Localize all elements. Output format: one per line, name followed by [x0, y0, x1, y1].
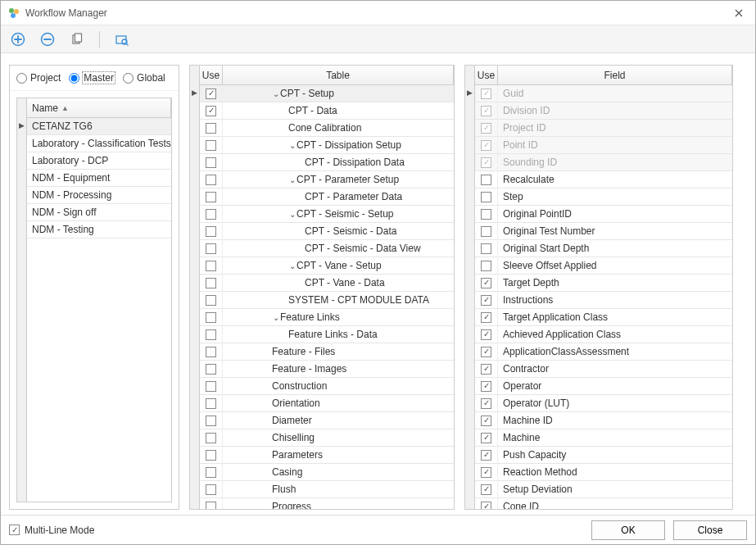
workflow-row[interactable]: NDM - Sign off — [27, 204, 171, 221]
scope-radio-global[interactable] — [123, 73, 134, 84]
window-close-button[interactable] — [727, 2, 750, 25]
use-cell[interactable] — [475, 447, 498, 463]
use-cell[interactable] — [200, 137, 223, 153]
scope-radio-master[interactable] — [69, 73, 79, 84]
col-header-table[interactable]: Table — [223, 66, 454, 84]
use-cell[interactable] — [200, 292, 223, 308]
table-row[interactable]: ⌄CPT - Parameter Setup — [200, 171, 454, 188]
workflow-grid-body[interactable]: CETANZ TG6Laboratory - Classification Te… — [27, 118, 171, 502]
use-cell[interactable] — [475, 257, 498, 274]
use-cell[interactable] — [200, 343, 223, 360]
use-cell[interactable] — [200, 464, 223, 480]
chevron-down-icon[interactable]: ⌄ — [272, 313, 280, 322]
use-cell[interactable] — [475, 498, 498, 509]
use-cell[interactable] — [475, 137, 498, 153]
table-row[interactable]: Parameters — [200, 447, 454, 464]
scope-option-global[interactable]: Global — [123, 72, 165, 84]
use-cell[interactable] — [200, 154, 223, 170]
field-row[interactable]: Division ID — [475, 102, 732, 120]
use-cell[interactable] — [475, 85, 498, 102]
field-row[interactable]: Achieved Application Class — [475, 326, 732, 343]
use-cell[interactable] — [475, 223, 498, 239]
table-row[interactable]: CPT - Data — [200, 102, 454, 120]
use-cell[interactable] — [200, 120, 223, 136]
field-row[interactable]: Contractor — [475, 361, 732, 378]
use-cell[interactable] — [475, 361, 498, 377]
workflow-row[interactable]: NDM - Equipment — [27, 170, 171, 187]
use-cell[interactable] — [200, 378, 223, 394]
use-cell[interactable] — [475, 464, 498, 480]
field-row[interactable]: Step — [475, 188, 732, 206]
field-row[interactable]: Original Test Number — [475, 223, 732, 240]
table-row[interactable]: ⌄Feature Links — [200, 309, 454, 326]
use-cell[interactable] — [475, 326, 498, 343]
use-cell[interactable] — [200, 361, 223, 377]
field-row[interactable]: ApplicationClassAssessment — [475, 343, 732, 361]
col-header-use[interactable]: Use — [200, 66, 223, 84]
scope-option-master[interactable]: Master — [69, 72, 115, 84]
field-row[interactable]: Operator — [475, 378, 732, 395]
use-cell[interactable] — [200, 171, 223, 188]
use-cell[interactable] — [475, 378, 498, 394]
use-cell[interactable] — [200, 206, 223, 222]
table-row[interactable]: Chiselling — [200, 429, 454, 447]
table-row[interactable]: Cone Calibration — [200, 120, 454, 137]
use-cell[interactable] — [475, 188, 498, 205]
close-button[interactable]: Close — [673, 520, 747, 540]
scope-radio-project[interactable] — [16, 73, 27, 84]
ok-button[interactable]: OK — [591, 520, 665, 540]
field-row[interactable]: Target Application Class — [475, 309, 732, 326]
table-row[interactable]: CPT - Seismic - Data — [200, 223, 454, 240]
use-cell[interactable] — [200, 447, 223, 463]
field-row[interactable]: Push Capacity — [475, 447, 732, 464]
field-row[interactable]: Operator (LUT) — [475, 395, 732, 412]
use-cell[interactable] — [475, 343, 498, 360]
workflow-row[interactable]: CETANZ TG6 — [27, 118, 171, 135]
chevron-down-icon[interactable]: ⌄ — [288, 141, 297, 150]
table-row[interactable]: Progress — [200, 498, 454, 509]
add-icon[interactable] — [9, 30, 27, 48]
use-cell[interactable] — [475, 429, 498, 446]
table-row[interactable]: SYSTEM - CPT MODULE DATA — [200, 292, 454, 309]
table-row[interactable]: Feature - Images — [200, 361, 454, 378]
workflow-row[interactable]: NDM - Processing — [27, 187, 171, 204]
chevron-down-icon[interactable]: ⌄ — [272, 89, 280, 98]
field-grid-body[interactable]: GuidDivision IDProject IDPoint IDSoundin… — [475, 85, 732, 509]
use-cell[interactable] — [200, 257, 223, 274]
chevron-down-icon[interactable]: ⌄ — [288, 261, 297, 270]
field-row[interactable]: Project ID — [475, 120, 732, 137]
table-row[interactable]: Feature - Files — [200, 343, 454, 361]
table-row[interactable]: Diameter — [200, 412, 454, 429]
table-row[interactable]: Orientation — [200, 395, 454, 412]
workflow-row[interactable]: Laboratory - DCP — [27, 152, 171, 170]
workflow-row[interactable]: Laboratory - Classification Tests — [27, 135, 171, 152]
field-row[interactable]: Sleeve Offset Applied — [475, 257, 732, 275]
table-row[interactable]: Flush — [200, 481, 454, 498]
table-row[interactable]: ⌄CPT - Seismic - Setup — [200, 206, 454, 223]
table-row[interactable]: Casing — [200, 464, 454, 481]
use-cell[interactable] — [200, 395, 223, 411]
use-cell[interactable] — [475, 395, 498, 411]
field-row[interactable]: Target Depth — [475, 275, 732, 292]
table-row[interactable]: ⌄CPT - Vane - Setup — [200, 257, 454, 275]
col-header-use[interactable]: Use — [475, 66, 498, 84]
field-row[interactable]: Original Start Depth — [475, 240, 732, 257]
col-header-field[interactable]: Field — [498, 66, 732, 84]
use-cell[interactable] — [475, 481, 498, 497]
field-row[interactable]: Machine — [475, 429, 732, 447]
table-grid-body[interactable]: ⌄CPT - SetupCPT - DataCone Calibration⌄C… — [200, 85, 454, 509]
use-cell[interactable] — [200, 498, 223, 509]
use-cell[interactable] — [200, 481, 223, 497]
field-row[interactable]: Reaction Method — [475, 464, 732, 481]
scope-option-project[interactable]: Project — [16, 72, 61, 84]
workflow-row[interactable]: NDM - Testing — [27, 221, 171, 238]
inspect-icon[interactable] — [113, 30, 131, 48]
use-cell[interactable] — [475, 206, 498, 222]
field-row[interactable]: Sounding ID — [475, 154, 732, 171]
table-row[interactable]: ⌄CPT - Dissipation Setup — [200, 137, 454, 154]
table-row[interactable]: CPT - Dissipation Data — [200, 154, 454, 171]
use-cell[interactable] — [200, 275, 223, 291]
multi-line-mode-toggle[interactable]: Multi-Line Mode — [9, 525, 94, 536]
table-row[interactable]: Feature Links - Data — [200, 326, 454, 343]
table-row[interactable]: Construction — [200, 378, 454, 395]
